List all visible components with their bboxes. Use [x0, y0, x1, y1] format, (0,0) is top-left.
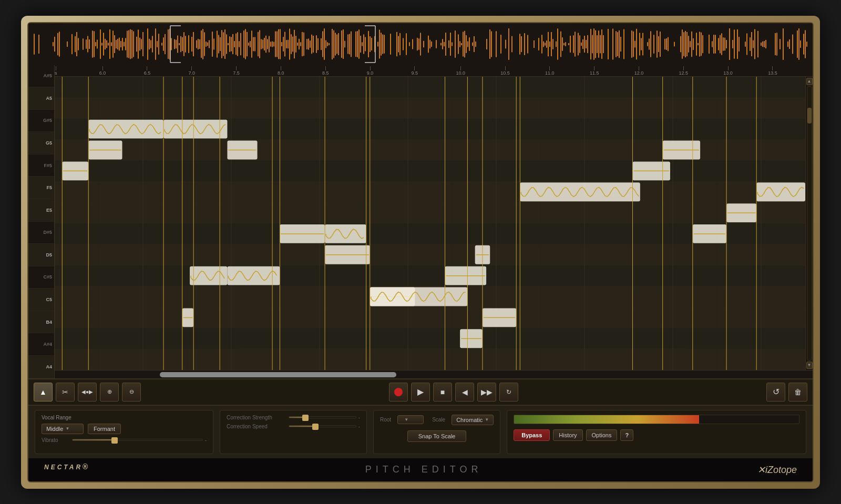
footer: NECTAR® PITCH EDITOR ✕iZotope: [28, 458, 813, 481]
vibrato-slider-track[interactable]: [72, 439, 203, 441]
record-button[interactable]: [389, 383, 408, 402]
piano-key-d#5[interactable]: D#5: [28, 222, 54, 244]
outer-frame: A#5A5G#5G5F#5F5E5D#5D5C#5C5B4A#4A4 s6.06…: [21, 16, 820, 489]
snap-to-scale-button[interactable]: Snap To Scale: [407, 430, 467, 442]
piano-key-g#5[interactable]: G#5: [28, 110, 54, 132]
scale-arrow: ▼: [485, 417, 489, 422]
record-dot: [394, 388, 403, 396]
piano-key-f#5[interactable]: F#5: [28, 155, 54, 177]
piano-key-c#5[interactable]: C#5: [28, 266, 54, 289]
scroll-up-button[interactable]: ▲: [806, 78, 813, 85]
cs-value: -: [358, 415, 360, 420]
select-tool-button[interactable]: ▲: [34, 383, 53, 402]
scroll-thumb[interactable]: [807, 108, 812, 124]
piano-key-a4[interactable]: A4: [28, 356, 54, 378]
timeline-marker-7: 9.0: [367, 65, 374, 76]
grid-canvas: [55, 77, 805, 370]
vertical-scrollbar: ▲ ▼: [805, 77, 813, 370]
zoom-in-button[interactable]: ⊕: [100, 383, 119, 402]
timeline-marker-2: 6.5: [144, 65, 151, 76]
root-dropdown[interactable]: ▼: [397, 415, 424, 424]
timeline-marker-10: 10.5: [500, 65, 510, 76]
speed-value: -: [358, 424, 360, 429]
horizontal-scrollbar[interactable]: [55, 370, 813, 378]
snap-to-scale-row: Snap To Scale: [380, 430, 494, 442]
scroll-thumb-h[interactable]: [160, 372, 396, 377]
waveform-canvas: [28, 23, 813, 65]
scroll-track[interactable]: [807, 86, 812, 361]
scale-dropdown[interactable]: Chromatic ▼: [452, 415, 494, 425]
piano-key-e5[interactable]: E5: [28, 199, 54, 222]
piano-key-c5[interactable]: C5: [28, 289, 54, 311]
company-name: iZotope: [765, 465, 797, 475]
bypass-button[interactable]: Bypass: [514, 429, 550, 441]
speed-thumb[interactable]: [312, 424, 319, 430]
vocal-range-panel: Vocal Range Middle ▼ Formant Vibrato: [35, 410, 213, 454]
vocal-range-label: Vocal Range: [42, 415, 71, 420]
zoom-out-button[interactable]: ⊖: [122, 383, 141, 402]
transport-controls: ▶ ■ ◀ ▶▶ ↻: [389, 383, 518, 402]
meter-panel: Bypass History Options ?: [507, 410, 806, 454]
timeline-marker-13: 12.0: [634, 65, 644, 76]
vocal-range-row: Vocal Range: [42, 415, 207, 420]
timeline-marker-0: s: [55, 65, 57, 76]
piano-roll-container: A#5A5G#5G5F#5F5E5D#5D5C#5C5B4A#4A4 s6.06…: [28, 65, 813, 378]
time-select-button[interactable]: ◀●▶: [78, 383, 97, 402]
options-button[interactable]: Options: [586, 429, 618, 441]
timeline-marker-4: 7.5: [233, 65, 240, 76]
undo-button[interactable]: ↺: [766, 383, 785, 402]
inner-frame: A#5A5G#5G5F#5F5E5D#5D5C#5C5B4A#4A4 s6.06…: [27, 22, 814, 482]
correction-speed-label: Correction Speed: [227, 424, 284, 429]
help-button[interactable]: ?: [620, 429, 633, 441]
correction-strength-label: Correction Strength: [227, 415, 284, 420]
piano-key-a#5[interactable]: A#5: [28, 65, 54, 88]
meter-fill: [514, 415, 699, 424]
timeline-marker-16: 13.5: [768, 65, 777, 76]
cs-thumb[interactable]: [302, 415, 309, 421]
waveform-overview[interactable]: [28, 23, 813, 65]
piano-keys: A#5A5G#5G5F#5F5E5D#5D5C#5C5B4A#4A4: [28, 65, 55, 378]
vibrato-value: -: [205, 437, 207, 443]
rewind-button[interactable]: ◀: [455, 383, 474, 402]
grid-area[interactable]: ▲ ▼: [55, 77, 813, 370]
speed-fill: [289, 426, 316, 427]
stop-button[interactable]: ■: [433, 383, 452, 402]
piano-key-g5[interactable]: G5: [28, 132, 54, 155]
formant-button[interactable]: Formant: [88, 424, 121, 434]
correction-speed-track[interactable]: [289, 425, 356, 427]
vibrato-row: Vibrato -: [42, 437, 207, 443]
vocal-range-dropdown[interactable]: Middle ▼: [42, 424, 84, 434]
fast-forward-button[interactable]: ▶▶: [477, 383, 496, 402]
correction-strength-row: Correction Strength -: [227, 415, 360, 420]
piano-key-f5[interactable]: F5: [28, 177, 54, 199]
nectar-logo: NECTAR®: [44, 461, 90, 478]
root-arrow: ▼: [404, 417, 408, 422]
timeline-and-grid: s6.06.57.07.58.08.59.09.510.010.511.011.…: [55, 65, 813, 378]
scale-label: Scale: [432, 417, 445, 423]
scroll-down-button[interactable]: ▼: [806, 362, 813, 369]
correction-panel: Correction Strength - Correction Speed: [220, 410, 367, 454]
transport-bar: ▲ ✂ ◀●▶ ⊕ ⊖ ▶ ■ ◀ ▶▶ ↻: [28, 378, 813, 406]
correction-speed-slider: -: [289, 424, 360, 429]
vibrato-label: Vibrato: [42, 437, 68, 443]
action-buttons-row: Bypass History Options ?: [514, 429, 799, 441]
vibrato-slider-container: -: [72, 437, 207, 443]
vocal-range-controls: Middle ▼ Formant: [42, 424, 207, 434]
bottom-controls: Vocal Range Middle ▼ Formant Vibrato: [28, 406, 813, 458]
timeline: s6.06.57.07.58.08.59.09.510.010.511.011.…: [55, 65, 813, 77]
cut-tool-button[interactable]: ✂: [56, 383, 75, 402]
brand-symbol: ®: [83, 462, 90, 470]
play-button[interactable]: ▶: [411, 383, 430, 402]
vibrato-slider-thumb[interactable]: [111, 437, 118, 444]
piano-key-b4[interactable]: B4: [28, 311, 54, 334]
piano-key-a#4[interactable]: A#4: [28, 333, 54, 356]
piano-key-a5[interactable]: A5: [28, 87, 54, 110]
vocal-range-value: Middle: [46, 426, 63, 432]
piano-key-d5[interactable]: D5: [28, 244, 54, 266]
delete-button[interactable]: 🗑: [788, 383, 807, 402]
loop-button[interactable]: ↻: [499, 383, 518, 402]
timeline-marker-14: 12.5: [679, 65, 689, 76]
root-scale-row: Root ▼ Scale Chromatic ▼: [380, 415, 494, 425]
history-button[interactable]: History: [553, 429, 582, 441]
correction-strength-track[interactable]: [289, 416, 356, 418]
